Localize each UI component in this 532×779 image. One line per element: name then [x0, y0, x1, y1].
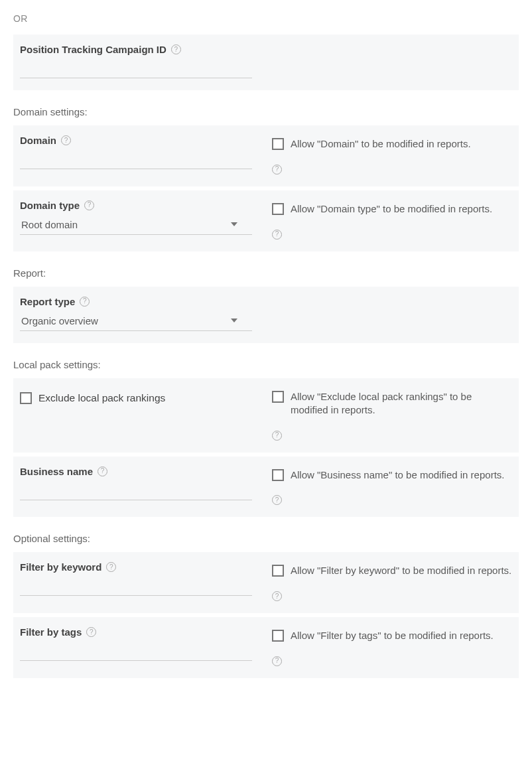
- domain-label-row: Domain: [20, 135, 252, 146]
- filter-tags-panel: Filter by tags Allow "Filter by tags" to…: [13, 617, 519, 678]
- allow-business-name-label: Allow "Business name" to be modified in …: [291, 468, 504, 482]
- or-separator: OR: [13, 13, 519, 24]
- help-icon[interactable]: [84, 200, 94, 210]
- help-icon[interactable]: [80, 297, 90, 307]
- domain-type-value: Root domain: [21, 219, 78, 230]
- allow-filter-tags-checkbox[interactable]: [272, 630, 284, 642]
- allow-domain-label: Allow "Domain" to be modified in reports…: [291, 137, 471, 151]
- allow-domain-checkbox[interactable]: [272, 138, 284, 150]
- domain-panel: Domain Allow "Domain" to be modified in …: [13, 125, 519, 186]
- exclude-local-pack-panel: Exclude local pack rankings Allow "Exclu…: [13, 378, 519, 453]
- help-icon[interactable]: [272, 230, 282, 240]
- help-icon[interactable]: [171, 44, 181, 54]
- report-heading: Report:: [13, 267, 519, 279]
- domain-type-select[interactable]: Root domain: [20, 215, 252, 235]
- help-icon[interactable]: [272, 495, 282, 505]
- allow-domain-type-label: Allow "Domain type" to be modified in re…: [291, 202, 492, 216]
- exclude-local-pack-checkbox[interactable]: [20, 392, 32, 404]
- domain-type-label: Domain type: [20, 200, 80, 211]
- chevron-down-icon: [231, 222, 237, 226]
- allow-exclude-local-pack-label: Allow "Exclude local pack rankings" to b…: [291, 390, 512, 417]
- local-pack-heading: Local pack settings:: [13, 359, 519, 370]
- filter-keyword-label-row: Filter by keyword: [20, 561, 252, 573]
- help-icon[interactable]: [98, 466, 107, 476]
- business-name-input[interactable]: [20, 481, 252, 500]
- filter-tags-input[interactable]: [20, 642, 252, 661]
- allow-filter-keyword-label: Allow "Filter by keyword" to be modified…: [291, 564, 511, 577]
- report-type-panel: Report type Organic overview: [13, 287, 519, 343]
- report-type-label: Report type: [20, 296, 75, 307]
- exclude-local-pack-label: Exclude local pack rankings: [38, 391, 165, 405]
- campaign-id-input[interactable]: [20, 59, 252, 78]
- filter-keyword-label: Filter by keyword: [20, 561, 101, 573]
- business-name-label: Business name: [20, 466, 93, 477]
- business-name-panel: Business name Allow "Business name" to b…: [13, 457, 519, 518]
- filter-keyword-input[interactable]: [20, 577, 252, 596]
- campaign-id-label-row: Position Tracking Campaign ID: [20, 44, 252, 55]
- allow-filter-keyword-checkbox[interactable]: [272, 565, 284, 577]
- domain-type-label-row: Domain type: [20, 200, 252, 211]
- report-type-select[interactable]: Organic overview: [20, 311, 252, 331]
- business-name-label-row: Business name: [20, 466, 252, 477]
- help-icon[interactable]: [272, 165, 282, 175]
- optional-settings-heading: Optional settings:: [13, 533, 519, 544]
- help-icon[interactable]: [272, 656, 282, 666]
- allow-domain-type-checkbox[interactable]: [272, 203, 284, 215]
- chevron-down-icon: [231, 319, 237, 322]
- help-icon[interactable]: [86, 627, 96, 637]
- allow-filter-tags-label: Allow "Filter by tags" to be modified in…: [291, 629, 494, 642]
- filter-keyword-panel: Filter by keyword Allow "Filter by keywo…: [13, 552, 519, 613]
- domain-label: Domain: [20, 135, 56, 146]
- domain-settings-heading: Domain settings:: [13, 106, 519, 117]
- allow-business-name-checkbox[interactable]: [272, 469, 284, 481]
- help-icon[interactable]: [272, 591, 282, 601]
- filter-tags-label-row: Filter by tags: [20, 626, 252, 638]
- domain-type-panel: Domain type Root domain Allow "Domain ty…: [13, 190, 519, 251]
- report-type-value: Organic overview: [21, 315, 98, 326]
- campaign-id-panel: Position Tracking Campaign ID: [13, 35, 519, 90]
- filter-tags-label: Filter by tags: [20, 626, 82, 638]
- help-icon[interactable]: [272, 431, 282, 441]
- campaign-id-label: Position Tracking Campaign ID: [20, 44, 166, 55]
- report-type-label-row: Report type: [20, 296, 252, 307]
- help-icon[interactable]: [61, 135, 71, 145]
- allow-exclude-local-pack-checkbox[interactable]: [272, 391, 284, 403]
- help-icon[interactable]: [106, 562, 116, 572]
- domain-input[interactable]: [20, 150, 252, 169]
